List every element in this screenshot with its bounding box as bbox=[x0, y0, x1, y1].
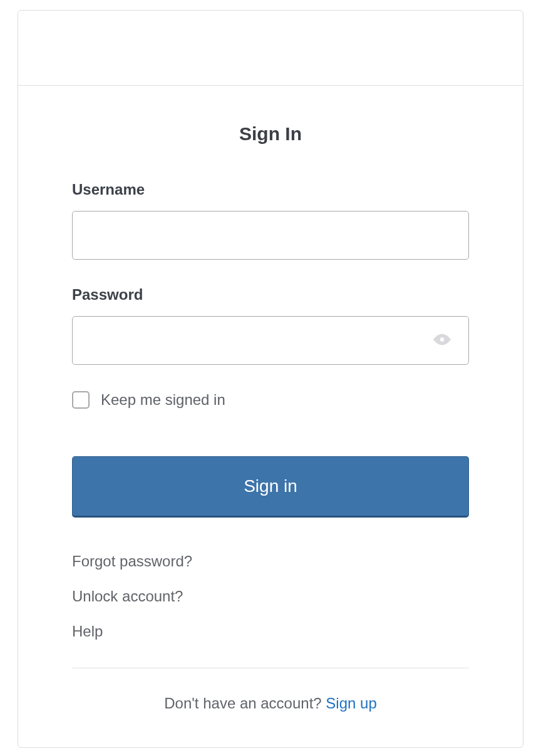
password-label: Password bbox=[72, 286, 469, 304]
keep-signed-in-checkbox[interactable] bbox=[72, 391, 90, 409]
keep-signed-in-row: Keep me signed in bbox=[72, 391, 469, 409]
svg-point-0 bbox=[440, 337, 444, 341]
username-label: Username bbox=[72, 181, 469, 198]
signup-prompt: Don't have an account? bbox=[164, 695, 321, 712]
forgot-password-link[interactable]: Forgot password? bbox=[72, 553, 469, 570]
toggle-password-visibility-button[interactable] bbox=[428, 329, 456, 353]
signin-card: Sign In Username Password bbox=[18, 10, 523, 748]
signup-link[interactable]: Sign up bbox=[326, 695, 376, 712]
divider bbox=[72, 668, 469, 668]
eye-icon bbox=[431, 332, 453, 349]
keep-signed-in-label[interactable]: Keep me signed in bbox=[101, 391, 225, 409]
password-wrapper bbox=[72, 316, 469, 365]
signin-button[interactable]: Sign in bbox=[72, 456, 469, 518]
auxiliary-links: Forgot password? Unlock account? Help bbox=[72, 553, 469, 640]
signup-row: Don't have an account? Sign up bbox=[72, 695, 469, 712]
card-header bbox=[18, 11, 523, 86]
username-input[interactable] bbox=[72, 211, 469, 260]
username-group: Username bbox=[72, 181, 469, 260]
password-group: Password bbox=[72, 286, 469, 365]
unlock-account-link[interactable]: Unlock account? bbox=[72, 588, 469, 605]
page-title: Sign In bbox=[72, 123, 469, 145]
help-link[interactable]: Help bbox=[72, 623, 469, 640]
password-input[interactable] bbox=[72, 316, 469, 365]
card-body: Sign In Username Password bbox=[18, 86, 523, 747]
